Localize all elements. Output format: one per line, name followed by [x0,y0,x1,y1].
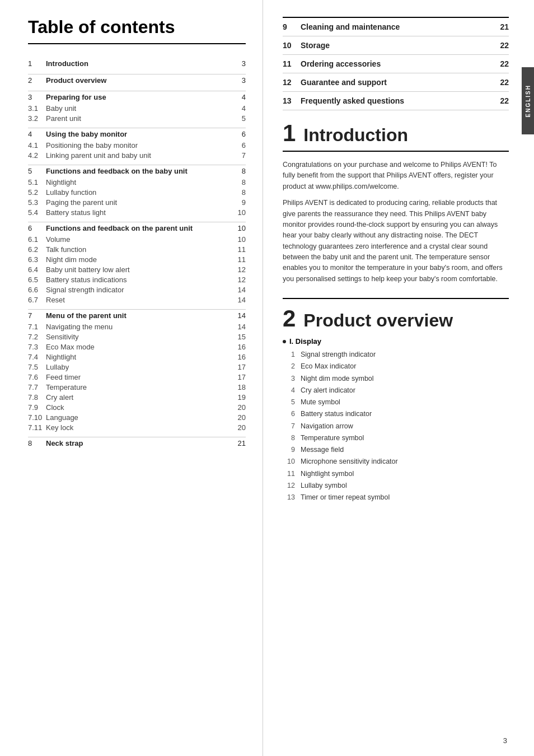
toc-sub-num: 4.2 [28,151,46,160]
toc-sub-row: 4.1Positioning the baby monitor6 [28,140,246,150]
toc-page: 6 [232,130,246,138]
toc-sub-num: 6.1 [28,235,46,244]
toc-sub-row: 7.11Key lock20 [28,422,246,432]
display-label-text: I. Display [289,337,321,346]
toc-sub-row: 7.2Sensitivity15 [28,332,246,342]
toc-num: 3 [28,93,46,101]
toc-sub-label: Sensitivity [46,333,232,341]
list-item-text: Battery status indicator [301,408,509,420]
list-item-num: 11 [283,468,295,480]
toc-sub-num: 4.1 [28,141,46,150]
toc-group-3: 3Preparing for use43.1Baby unit43.2Paren… [28,87,246,124]
list-item-text: Cry alert indicator [301,385,509,396]
list-item-num: 10 [283,456,295,468]
toc-num: 4 [28,130,46,138]
toc-sub-num: 7.2 [28,333,46,341]
toc-sub-page: 16 [232,353,246,361]
toc-group-6: 6Functions and feedback on the parent un… [28,218,246,306]
right-toc-page: 22 [495,78,509,87]
toc-sub-row: 5.3Paging the parent unit9 [28,197,246,207]
toc-label: Menu of the parent unit [46,311,232,320]
toc-sub-num: 7.6 [28,373,46,381]
right-toc-label: Cleaning and maintenance [301,22,495,31]
toc-sub-row: 7.6Feed timer17 [28,372,246,382]
intro-number: 1 [283,122,296,145]
toc-label: Preparing for use [46,93,232,101]
toc-sub-num: 5.2 [28,188,46,197]
list-item-num: 3 [283,373,295,385]
list-item-text: Temperature symbol [301,432,509,444]
toc-label: Neck strap [46,439,232,447]
right-toc-row: 13Frequently asked questions22 [283,92,509,110]
toc-sub-row: 6.7Reset14 [28,295,246,305]
toc-sub-label: Clock [46,403,232,412]
intro-divider [283,151,509,152]
toc-group-5: 5Functions and feedback on the baby unit… [28,161,246,218]
toc-sub-page: 12 [232,276,246,284]
toc-sub-num: 7.5 [28,363,46,371]
intro-title: Introduction [303,126,408,144]
toc-title: Table of contents [28,17,246,44]
toc-sub-label: Lullaby function [46,188,232,197]
toc-sub-label: Baby unit battery low alert [46,265,232,274]
toc-sub-page: 14 [232,286,246,294]
list-item-text: Microphone sensitivity indicator [301,456,509,468]
right-toc-num: 13 [283,96,301,105]
toc-sub-page: 5 [232,114,246,123]
toc-row: 3Preparing for use4 [28,91,246,103]
toc-sub-row: 7.10Language20 [28,412,246,422]
toc-sub-label: Key lock [46,423,232,432]
toc-sub-row: 7.1Navigating the menu14 [28,321,246,332]
right-toc-page: 22 [495,41,509,50]
list-item: 12Lullaby symbol [283,480,509,492]
toc-sub-num: 5.4 [28,208,46,217]
toc-sub-label: Eco Max mode [46,343,232,351]
toc-sub-page: 15 [232,333,246,341]
toc-sub-label: Signal strength indicator [46,286,232,294]
toc-page: 21 [232,439,246,447]
right-toc-row: 10Storage22 [283,36,509,55]
right-toc-num: 11 [283,59,301,68]
left-column: Table of contents 1Introduction32Product… [0,0,263,756]
toc-sub-page: 16 [232,343,246,351]
toc-sub-page: 11 [232,255,246,264]
toc-sub-num: 6.5 [28,276,46,284]
toc-sub-row: 6.3Night dim mode11 [28,254,246,264]
intro-para1: Congratulations on your purchase and wel… [283,160,509,192]
toc-sub-label: Nightlight [46,178,232,186]
list-item: 9Message field [283,444,509,456]
toc-sub-page: 20 [232,423,246,432]
toc-list: 1Introduction32Product overview33Prepari… [28,54,246,450]
toc-sub-label: Temperature [46,383,232,391]
toc-sub-num: 5.3 [28,198,46,207]
toc-num: 7 [28,311,46,320]
toc-sub-num: 7.9 [28,403,46,412]
list-item-num: 5 [283,396,295,408]
side-tab: ENGLISH [522,67,534,134]
right-toc-page: 21 [495,22,509,31]
toc-sub-label: Navigating the menu [46,323,232,331]
toc-sub-label: Reset [46,296,232,304]
toc-sub-row: 5.1Nightlight8 [28,177,246,187]
list-item-num: 9 [283,444,295,456]
product-header: 2 Product overview [283,298,509,330]
toc-sub-page: 7 [232,151,246,160]
toc-sub-num: 7.8 [28,393,46,402]
toc-sub-num: 6.4 [28,265,46,274]
right-column: 9Cleaning and maintenance2110Storage2211… [263,0,534,756]
toc-sub-label: Parent unit [46,114,232,123]
toc-sub-num: 7.4 [28,353,46,361]
toc-row: 1Introduction3 [28,58,246,69]
right-toc-num: 10 [283,41,301,50]
toc-sub-row: 7.8Cry alert19 [28,392,246,402]
right-toc-label: Ordering accessories [301,59,495,68]
list-item: 7Navigation arrow [283,421,509,432]
toc-sub-row: 6.2Talk function11 [28,244,246,254]
toc-group-7: 7Menu of the parent unit147.1Navigating … [28,306,246,433]
list-item-num: 8 [283,432,295,444]
toc-sub-page: 8 [232,188,246,197]
toc-sub-label: Cry alert [46,393,232,402]
toc-page: 14 [232,311,246,320]
toc-sub-page: 20 [232,403,246,412]
toc-group-2: 2Product overview3 [28,71,246,87]
